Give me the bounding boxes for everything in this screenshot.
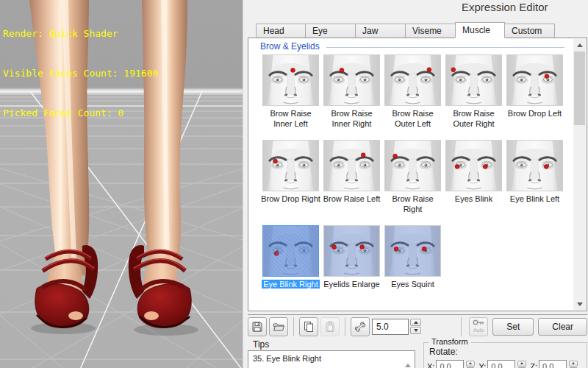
chevron-up-icon	[405, 355, 411, 367]
scrollbar-up-button[interactable]	[573, 39, 586, 51]
scrollbar-thumb[interactable]	[574, 52, 585, 125]
auto-key-button[interactable]: Auto	[469, 317, 488, 336]
spin-up-button[interactable]	[517, 361, 526, 367]
section-title: Brow & Eyelids	[260, 41, 320, 52]
expression-item[interactable]: Eyelids Enlarge	[321, 225, 382, 301]
axis-spin-arrows	[517, 361, 526, 368]
expression-label-wrap: Brow Raise Outer Left	[382, 106, 443, 130]
expression-item[interactable]: Eye Blink Right	[260, 225, 321, 301]
save-button[interactable]	[248, 317, 267, 336]
spin-down-button[interactable]	[410, 327, 421, 334]
expression-item[interactable]: Brow Raise Inner Left	[260, 54, 321, 130]
tab-viseme[interactable]: Viseme	[406, 24, 456, 38]
render-stats-overlay: Render: Quick Shader Visible Faces Count…	[3, 1, 158, 146]
expression-label-wrap: Eyes Squint	[382, 277, 443, 301]
strength-spinner: 5.0	[372, 319, 421, 335]
render-mode-text: Render: Quick Shader	[3, 27, 158, 40]
scrollbar-down-button[interactable]	[573, 298, 586, 310]
expression-label-wrap: Brow Raise Inner Right	[321, 106, 382, 130]
expression-thumbnail	[506, 54, 563, 106]
expression-thumbnail	[384, 140, 441, 191]
expression-label-wrap: Brow Drop Left	[504, 106, 565, 130]
expression-item[interactable]: Brow Raise Outer Right	[443, 54, 504, 130]
expression-label: Eyes Blink	[455, 194, 492, 203]
axis-value-input[interactable]: 0.0	[487, 360, 515, 368]
expression-thumbnail	[323, 140, 380, 191]
axis-value-input[interactable]: 0.0	[436, 360, 464, 368]
3d-viewport[interactable]: Render: Quick Shader Visible Faces Count…	[0, 0, 243, 368]
expression-item[interactable]: Brow Raise Outer Left	[382, 54, 443, 130]
spin-arrow-icon	[469, 362, 472, 364]
face-icon	[263, 55, 318, 105]
face-icon	[507, 141, 562, 191]
expression-label: Brow Drop Right	[261, 194, 320, 203]
spin-up-icon	[414, 321, 418, 324]
save-icon	[251, 321, 263, 333]
expression-item[interactable]: Brow Drop Right	[260, 140, 321, 216]
strength-spin-arrows	[410, 319, 421, 334]
tips-box: 35. Eye Blink Right	[248, 350, 415, 368]
tips-label: Tips	[253, 339, 269, 350]
spin-up-button[interactable]	[410, 319, 421, 326]
bone-edit-button[interactable]	[351, 317, 370, 336]
tab-muscle[interactable]: Muscle	[455, 22, 505, 38]
spin-arrow-icon	[520, 362, 523, 364]
expression-thumbnail	[323, 54, 380, 106]
tips-scroll-up-button[interactable]	[405, 355, 411, 364]
chevron-down-icon	[577, 302, 583, 306]
bone-icon	[354, 320, 367, 333]
spin-up-button[interactable]	[569, 361, 578, 367]
rotate-axis-x: X:0.0	[427, 360, 475, 368]
expression-label: Brow Raise Outer Left	[392, 109, 433, 128]
copy-icon	[303, 321, 315, 333]
muscle-tab-page: Brow & Eyelids	[248, 38, 587, 311]
toolbar-separator	[461, 317, 462, 336]
panel-title: Expression Editor	[462, 1, 548, 13]
paste-button[interactable]	[320, 317, 340, 336]
open-button[interactable]	[269, 317, 288, 336]
expression-grid: Brow Raise Inner Left	[260, 54, 569, 311]
rotate-axis-z: Z:0.0	[530, 360, 578, 368]
expression-label: Eye Blink Left	[510, 194, 559, 203]
strength-input[interactable]: 5.0	[372, 319, 409, 335]
expression-label: Brow Raise Inner Right	[331, 109, 372, 128]
expression-item[interactable]: Eye Blink Left	[504, 140, 565, 216]
tab-eye[interactable]: Eye	[306, 24, 356, 38]
picked-faces-text: Picked Faces Count: 0	[3, 107, 158, 120]
expression-label-wrap: Brow Raise Outer Right	[443, 106, 504, 130]
tab-jaw[interactable]: Jaw	[356, 24, 406, 38]
grid-scrollbar[interactable]	[573, 39, 586, 310]
expression-thumbnail	[323, 225, 380, 277]
expression-label: Brow Raise Outer Right	[453, 109, 494, 128]
spin-up-button[interactable]	[466, 361, 475, 367]
expression-thumbnail	[262, 140, 319, 191]
expression-label-wrap: Brow Raise Inner Left	[260, 106, 321, 130]
face-icon	[385, 55, 440, 105]
expression-item[interactable]: Brow Raise Left	[321, 140, 382, 216]
open-folder-icon	[273, 321, 284, 333]
expression-thumbnail	[262, 225, 319, 277]
axis-spin-arrows	[466, 361, 475, 368]
expression-thumbnail	[384, 225, 441, 277]
visible-faces-text: Visible Faces Count: 191600	[3, 67, 158, 80]
expression-item[interactable]: Eyes Squint	[382, 225, 443, 301]
expression-item[interactable]: Eyes Blink	[443, 140, 504, 216]
face-icon	[507, 55, 562, 105]
axis-value-input[interactable]: 0.0	[539, 360, 567, 368]
expression-item[interactable]: Brow Raise Right	[382, 140, 443, 216]
face-icon	[263, 141, 318, 191]
tab-bar: HeadEyeJawVisemeMuscleCustom	[256, 23, 555, 38]
copy-button[interactable]	[299, 317, 318, 336]
set-button[interactable]: Set	[492, 318, 534, 336]
expression-label: Brow Raise Right	[392, 194, 433, 213]
expression-thumbnail	[445, 54, 502, 106]
section-header: Brow & Eyelids	[260, 41, 564, 52]
face-icon	[385, 141, 440, 191]
expression-item[interactable]: Brow Drop Left	[504, 54, 565, 130]
tab-custom[interactable]: Custom	[505, 24, 555, 38]
expression-label-wrap: Eye Blink Left	[504, 191, 565, 216]
tab-head[interactable]: Head	[256, 24, 306, 38]
expression-item[interactable]: Brow Raise Inner Right	[321, 54, 382, 130]
clear-button[interactable]: Clear	[538, 318, 587, 336]
expression-thumbnail	[506, 140, 563, 191]
